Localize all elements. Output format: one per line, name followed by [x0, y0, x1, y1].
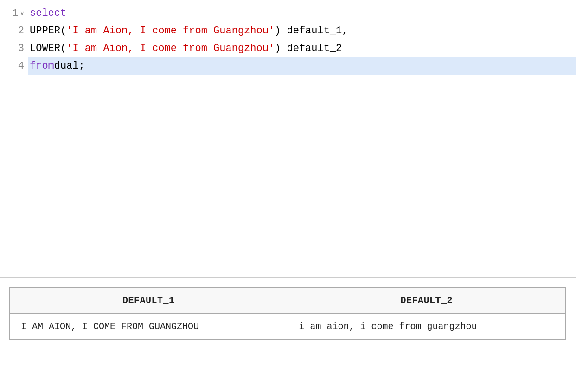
code-line: LOWER('I am Aion, I come from Guangzhou'…: [28, 40, 576, 57]
code-token: dual;: [54, 58, 85, 74]
code-line: UPPER('I am Aion, I come from Guangzhou'…: [28, 22, 576, 40]
table-header: DEFAULT_1DEFAULT_2: [10, 288, 566, 314]
line-numbers: 1∨234: [0, 4, 28, 277]
table-header-cell: DEFAULT_1: [10, 288, 288, 314]
code-token: UPPER(: [30, 23, 66, 39]
table-body: I AM AION, I COME FROM GUANGZHOUi am aio…: [10, 314, 566, 340]
code-token: ) default_1,: [275, 23, 348, 39]
line-number: 4: [18, 58, 24, 74]
table-row: I AM AION, I COME FROM GUANGZHOUi am aio…: [10, 314, 566, 340]
line-number: 1: [12, 5, 18, 21]
code-token: 'I am Aion, I come from Guangzhou': [66, 40, 275, 57]
code-token: 'I am Aion, I come from Guangzhou': [66, 23, 275, 39]
line-number-row: 2: [18, 22, 24, 40]
line-number-row: 3: [18, 40, 24, 57]
table-header-cell: DEFAULT_2: [288, 288, 566, 314]
table-cell: I AM AION, I COME FROM GUANGZHOU: [10, 314, 288, 340]
line-number-row: 1∨: [12, 5, 24, 22]
line-number-row: 4: [18, 57, 24, 75]
code-line: from dual;: [28, 57, 576, 75]
results-section: DEFAULT_1DEFAULT_2 I AM AION, I COME FRO…: [0, 278, 576, 349]
code-editor: 1∨234 select UPPER('I am Aion, I come fr…: [0, 0, 576, 278]
line-number: 2: [18, 23, 24, 39]
code-token: from: [30, 58, 54, 74]
code-line: select: [28, 5, 576, 22]
header-row: DEFAULT_1DEFAULT_2: [10, 288, 566, 314]
code-token: ) default_2: [275, 40, 342, 57]
code-token: LOWER(: [30, 40, 66, 57]
table-cell: i am aion, i come from guangzhou: [288, 314, 566, 340]
results-table: DEFAULT_1DEFAULT_2 I AM AION, I COME FRO…: [9, 287, 566, 340]
code-content[interactable]: select UPPER('I am Aion, I come from Gua…: [28, 4, 576, 277]
line-number: 3: [18, 40, 24, 57]
code-token: select: [30, 5, 66, 21]
fold-arrow-icon[interactable]: ∨: [20, 8, 24, 19]
